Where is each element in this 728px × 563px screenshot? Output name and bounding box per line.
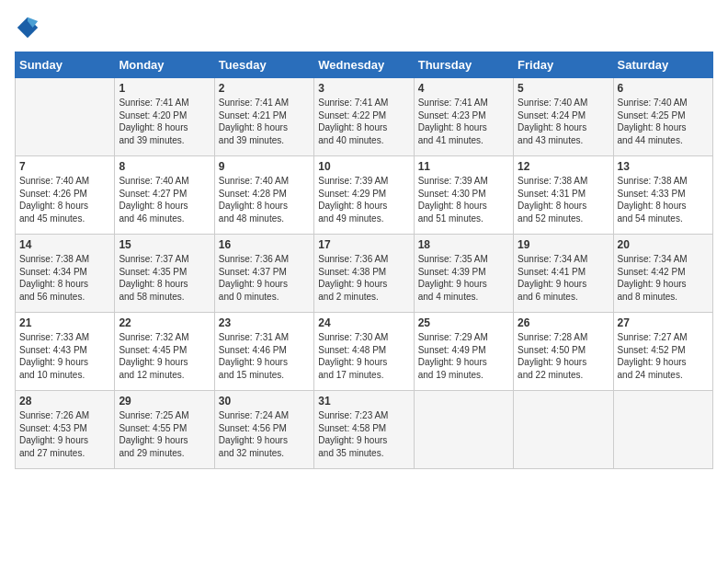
cell-content: Sunrise: 7:34 AM Sunset: 4:41 PM Dayligh… — [518, 253, 609, 303]
weekday-header-wednesday: Wednesday — [314, 52, 414, 78]
cell-content: Sunrise: 7:36 AM Sunset: 4:38 PM Dayligh… — [318, 253, 409, 303]
cell-content: Sunrise: 7:37 AM Sunset: 4:35 PM Dayligh… — [119, 253, 210, 303]
day-number: 14 — [19, 238, 110, 251]
calendar-cell: 19Sunrise: 7:34 AM Sunset: 4:41 PM Dayli… — [514, 235, 613, 313]
day-number: 21 — [19, 316, 110, 329]
day-number: 28 — [19, 395, 110, 408]
calendar-cell: 29Sunrise: 7:25 AM Sunset: 4:55 PM Dayli… — [115, 391, 214, 469]
day-number: 31 — [318, 395, 409, 408]
logo-icon — [15, 15, 40, 40]
cell-content: Sunrise: 7:40 AM Sunset: 4:24 PM Dayligh… — [518, 97, 609, 146]
calendar-cell: 1Sunrise: 7:41 AM Sunset: 4:20 PM Daylig… — [115, 78, 214, 156]
day-number: 24 — [318, 316, 409, 329]
calendar-cell: 2Sunrise: 7:41 AM Sunset: 4:21 PM Daylig… — [214, 78, 313, 156]
calendar-cell — [514, 391, 613, 469]
calendar-week-row: 21Sunrise: 7:33 AM Sunset: 4:43 PM Dayli… — [16, 313, 713, 391]
calendar-cell: 20Sunrise: 7:34 AM Sunset: 4:42 PM Dayli… — [613, 235, 712, 313]
day-number: 17 — [318, 238, 409, 251]
cell-content: Sunrise: 7:39 AM Sunset: 4:30 PM Dayligh… — [418, 175, 509, 224]
calendar-cell: 7Sunrise: 7:40 AM Sunset: 4:26 PM Daylig… — [16, 156, 115, 235]
calendar-cell: 3Sunrise: 7:41 AM Sunset: 4:22 PM Daylig… — [314, 78, 414, 156]
logo — [15, 15, 44, 40]
calendar-cell: 16Sunrise: 7:36 AM Sunset: 4:37 PM Dayli… — [214, 235, 313, 313]
cell-content: Sunrise: 7:38 AM Sunset: 4:34 PM Dayligh… — [19, 253, 110, 303]
cell-content: Sunrise: 7:40 AM Sunset: 4:27 PM Dayligh… — [119, 175, 210, 224]
weekday-header-tuesday: Tuesday — [214, 52, 313, 78]
calendar-cell: 14Sunrise: 7:38 AM Sunset: 4:34 PM Dayli… — [16, 235, 115, 313]
cell-content: Sunrise: 7:30 AM Sunset: 4:48 PM Dayligh… — [318, 331, 409, 381]
weekday-header-saturday: Saturday — [613, 52, 712, 78]
calendar-cell: 8Sunrise: 7:40 AM Sunset: 4:27 PM Daylig… — [115, 156, 214, 235]
cell-content: Sunrise: 7:35 AM Sunset: 4:39 PM Dayligh… — [418, 253, 509, 303]
day-number: 1 — [119, 82, 210, 95]
weekday-header-sunday: Sunday — [16, 52, 115, 78]
cell-content: Sunrise: 7:25 AM Sunset: 4:55 PM Dayligh… — [119, 409, 210, 459]
calendar-cell: 25Sunrise: 7:29 AM Sunset: 4:49 PM Dayli… — [414, 313, 513, 391]
day-number: 26 — [518, 316, 609, 329]
calendar-cell: 5Sunrise: 7:40 AM Sunset: 4:24 PM Daylig… — [514, 78, 613, 156]
calendar-cell: 13Sunrise: 7:38 AM Sunset: 4:33 PM Dayli… — [613, 156, 712, 235]
cell-content: Sunrise: 7:41 AM Sunset: 4:22 PM Dayligh… — [318, 97, 409, 146]
calendar-cell: 31Sunrise: 7:23 AM Sunset: 4:58 PM Dayli… — [314, 391, 414, 469]
day-number: 8 — [119, 160, 210, 173]
day-number: 15 — [119, 238, 210, 251]
day-number: 29 — [119, 395, 210, 408]
day-number: 3 — [318, 82, 409, 95]
day-number: 12 — [518, 160, 609, 173]
calendar-week-row: 14Sunrise: 7:38 AM Sunset: 4:34 PM Dayli… — [16, 235, 713, 313]
calendar-table: SundayMondayTuesdayWednesdayThursdayFrid… — [15, 52, 713, 469]
cell-content: Sunrise: 7:36 AM Sunset: 4:37 PM Dayligh… — [219, 253, 310, 303]
day-number: 2 — [219, 82, 310, 95]
calendar-cell: 22Sunrise: 7:32 AM Sunset: 4:45 PM Dayli… — [115, 313, 214, 391]
cell-content: Sunrise: 7:40 AM Sunset: 4:26 PM Dayligh… — [19, 175, 110, 224]
day-number: 27 — [618, 316, 709, 329]
cell-content: Sunrise: 7:41 AM Sunset: 4:20 PM Dayligh… — [119, 97, 210, 146]
cell-content: Sunrise: 7:38 AM Sunset: 4:31 PM Dayligh… — [518, 175, 609, 224]
cell-content: Sunrise: 7:28 AM Sunset: 4:50 PM Dayligh… — [518, 331, 609, 381]
day-number: 4 — [418, 82, 509, 95]
day-number: 10 — [318, 160, 409, 173]
day-number: 25 — [418, 316, 509, 329]
calendar-cell: 26Sunrise: 7:28 AM Sunset: 4:50 PM Dayli… — [514, 313, 613, 391]
day-number: 6 — [618, 82, 709, 95]
calendar-cell: 6Sunrise: 7:40 AM Sunset: 4:25 PM Daylig… — [613, 78, 712, 156]
calendar-cell: 12Sunrise: 7:38 AM Sunset: 4:31 PM Dayli… — [514, 156, 613, 235]
day-number: 18 — [418, 238, 509, 251]
day-number: 11 — [418, 160, 509, 173]
cell-content: Sunrise: 7:24 AM Sunset: 4:56 PM Dayligh… — [219, 409, 310, 459]
page-header — [15, 15, 713, 40]
weekday-header-row: SundayMondayTuesdayWednesdayThursdayFrid… — [16, 52, 713, 78]
cell-content: Sunrise: 7:26 AM Sunset: 4:53 PM Dayligh… — [19, 409, 110, 459]
day-number: 30 — [219, 395, 310, 408]
cell-content: Sunrise: 7:39 AM Sunset: 4:29 PM Dayligh… — [318, 175, 409, 224]
cell-content: Sunrise: 7:41 AM Sunset: 4:23 PM Dayligh… — [418, 97, 509, 146]
cell-content: Sunrise: 7:41 AM Sunset: 4:21 PM Dayligh… — [219, 97, 310, 146]
day-number: 19 — [518, 238, 609, 251]
cell-content: Sunrise: 7:27 AM Sunset: 4:52 PM Dayligh… — [618, 331, 709, 381]
cell-content: Sunrise: 7:38 AM Sunset: 4:33 PM Dayligh… — [618, 175, 709, 224]
calendar-cell — [414, 391, 513, 469]
day-number: 13 — [618, 160, 709, 173]
day-number: 7 — [19, 160, 110, 173]
calendar-week-row: 28Sunrise: 7:26 AM Sunset: 4:53 PM Dayli… — [16, 391, 713, 469]
calendar-cell: 21Sunrise: 7:33 AM Sunset: 4:43 PM Dayli… — [16, 313, 115, 391]
weekday-header-friday: Friday — [514, 52, 613, 78]
cell-content: Sunrise: 7:32 AM Sunset: 4:45 PM Dayligh… — [119, 331, 210, 381]
day-number: 22 — [119, 316, 210, 329]
day-number: 9 — [219, 160, 310, 173]
cell-content: Sunrise: 7:40 AM Sunset: 4:28 PM Dayligh… — [219, 175, 310, 224]
calendar-cell — [613, 391, 712, 469]
cell-content: Sunrise: 7:31 AM Sunset: 4:46 PM Dayligh… — [219, 331, 310, 381]
calendar-cell: 15Sunrise: 7:37 AM Sunset: 4:35 PM Dayli… — [115, 235, 214, 313]
weekday-header-monday: Monday — [115, 52, 214, 78]
calendar-cell: 4Sunrise: 7:41 AM Sunset: 4:23 PM Daylig… — [414, 78, 513, 156]
calendar-cell — [16, 78, 115, 156]
calendar-cell: 28Sunrise: 7:26 AM Sunset: 4:53 PM Dayli… — [16, 391, 115, 469]
calendar-cell: 17Sunrise: 7:36 AM Sunset: 4:38 PM Dayli… — [314, 235, 414, 313]
calendar-cell: 30Sunrise: 7:24 AM Sunset: 4:56 PM Dayli… — [214, 391, 313, 469]
calendar-cell: 10Sunrise: 7:39 AM Sunset: 4:29 PM Dayli… — [314, 156, 414, 235]
day-number: 16 — [219, 238, 310, 251]
weekday-header-thursday: Thursday — [414, 52, 513, 78]
day-number: 23 — [219, 316, 310, 329]
calendar-week-row: 1Sunrise: 7:41 AM Sunset: 4:20 PM Daylig… — [16, 78, 713, 156]
